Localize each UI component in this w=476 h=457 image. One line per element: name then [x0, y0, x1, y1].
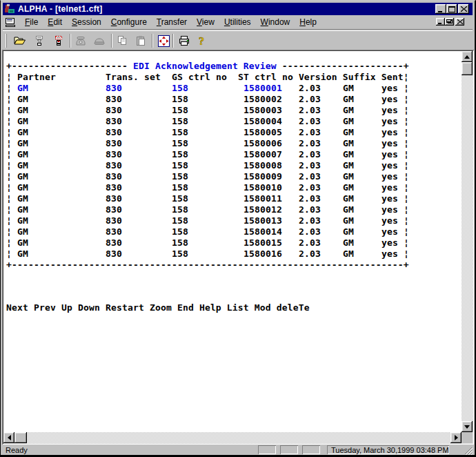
- hangup-icon: [94, 35, 105, 46]
- vertical-scroll-thumb[interactable]: [462, 62, 473, 75]
- client-area: +--------------------- EDI Acknowledgeme…: [2, 50, 474, 445]
- right-arrow-icon: [455, 435, 458, 440]
- document-system-icon[interactable]: [5, 17, 16, 28]
- table-row: ¦ GM 830 158 1580001 2.03 GM yes ¦: [6, 83, 409, 94]
- status-panel: [302, 445, 320, 454]
- table-row: ¦ GM 830 158 1580013 2.03 GM yes ¦: [6, 215, 409, 226]
- table-row: ¦ GM 830 158 1580006 2.03 GM yes ¦: [6, 138, 409, 149]
- receive-setup-button[interactable]: [30, 32, 48, 50]
- app-icon: [4, 3, 15, 14]
- status-panel: [258, 445, 276, 454]
- toolbar: ?: [3, 30, 473, 50]
- open-file-icon: [14, 35, 26, 46]
- toolbar-separator: [70, 34, 71, 48]
- status-panel: [280, 445, 298, 454]
- table-row: ¦ GM 830 158 1580014 2.03 GM yes ¦: [6, 226, 409, 237]
- down-arrow-icon: [464, 425, 470, 429]
- menu-view[interactable]: View: [192, 16, 219, 28]
- menu-help[interactable]: Help: [295, 16, 321, 28]
- terminal-box-title: +--------------------- EDI Acknowledgeme…: [6, 61, 409, 72]
- help-icon: ?: [196, 35, 207, 46]
- table-row: ¦ GM 830 158 1580009 2.03 GM yes ¦: [6, 171, 409, 182]
- terminal-table-header: ¦ Partner Trans. set GS ctrl no ST ctrl …: [6, 72, 409, 83]
- status-message: Ready: [6, 446, 28, 454]
- terminal-command-line: Next Prev Up Down Restart Zoom End Help …: [6, 302, 310, 313]
- scroll-down-button[interactable]: [462, 421, 473, 432]
- menu-bar: File Edit Session Configure Transfer Vie…: [3, 15, 473, 30]
- resize-grip-icon[interactable]: [464, 447, 473, 455]
- table-row: ¦ GM 830 158 1580010 2.03 GM yes ¦: [6, 182, 409, 193]
- table-row: ¦ GM 830 158 1580003 2.03 GM yes ¦: [6, 105, 409, 116]
- print-button[interactable]: [175, 32, 193, 50]
- left-arrow-icon: [8, 435, 11, 440]
- window-title: ALPHA - [telnet1.cft]: [18, 4, 103, 14]
- send-setup-button[interactable]: [50, 32, 68, 50]
- terminal-screen[interactable]: +--------------------- EDI Acknowledgeme…: [3, 51, 462, 432]
- up-arrow-icon: [464, 55, 470, 59]
- scroll-right-button[interactable]: [450, 432, 462, 443]
- table-row: ¦ GM 830 158 1580011 2.03 GM yes ¦: [6, 193, 409, 204]
- scroll-up-button[interactable]: [462, 51, 473, 62]
- dial-button[interactable]: [72, 32, 90, 50]
- mdi-minimize-button[interactable]: [436, 18, 445, 26]
- send-setup-icon: [54, 35, 63, 46]
- menu-edit[interactable]: Edit: [43, 16, 67, 28]
- open-file-button[interactable]: [10, 32, 28, 50]
- paste-icon: [135, 35, 146, 46]
- table-row: ¦ GM 830 158 1580004 2.03 GM yes ¦: [6, 116, 409, 127]
- copy-icon: [117, 35, 128, 46]
- table-row: ¦ GM 830 158 1580016 2.03 GM yes ¦: [6, 249, 409, 260]
- toolbar-separator: [152, 34, 153, 48]
- vertical-scrollbar[interactable]: [462, 51, 473, 432]
- receive-setup-icon: [34, 35, 44, 46]
- dial-icon: [75, 35, 86, 46]
- horizontal-scroll-thumb[interactable]: [14, 432, 27, 443]
- table-row: ¦ GM 830 158 1580012 2.03 GM yes ¦: [6, 204, 409, 215]
- status-datetime: Tuesday, March 30,1999 03:48 PM: [327, 445, 449, 454]
- toolbar-separator: [111, 34, 112, 48]
- menu-session[interactable]: Session: [67, 16, 106, 28]
- copy-button[interactable]: [113, 32, 131, 50]
- paste-button[interactable]: [132, 32, 150, 50]
- horizontal-scrollbar[interactable]: [3, 432, 462, 443]
- table-row: ¦ GM 830 158 1580015 2.03 GM yes ¦: [6, 237, 409, 249]
- svg-text:?: ?: [199, 35, 204, 46]
- table-row: ¦ GM 830 158 1580002 2.03 GM yes ¦: [6, 94, 409, 105]
- maximize-button[interactable]: [446, 4, 457, 14]
- terminal-box-bottom: +---------------------------------------…: [6, 260, 409, 271]
- menu-utilities[interactable]: Utilities: [219, 16, 256, 28]
- print-icon: [179, 35, 190, 46]
- close-button[interactable]: [458, 4, 469, 14]
- mdi-close-button[interactable]: [455, 18, 464, 26]
- app-window: ALPHA - [telnet1.cft] File Edit Session …: [0, 0, 476, 457]
- menu-window[interactable]: Window: [256, 16, 295, 28]
- menu-transfer[interactable]: Transfer: [152, 16, 192, 28]
- minimize-button[interactable]: [435, 4, 446, 14]
- toolbar-grip[interactable]: [6, 34, 7, 48]
- status-bar: Ready Tuesday, March 30,1999 03:48 PM: [2, 445, 473, 456]
- mdi-restore-button[interactable]: [445, 18, 454, 26]
- table-row: ¦ GM 830 158 1580005 2.03 GM yes ¦: [6, 127, 409, 138]
- menu-file[interactable]: File: [20, 16, 43, 28]
- scroll-left-button[interactable]: [3, 432, 14, 443]
- menu-configure[interactable]: Configure: [106, 16, 152, 28]
- toolbar-separator: [172, 34, 174, 48]
- full-screen-icon: [158, 35, 170, 47]
- table-row: ¦ GM 830 158 1580008 2.03 GM yes ¦: [6, 160, 409, 171]
- help-button[interactable]: ?: [192, 32, 210, 50]
- full-screen-button[interactable]: [155, 32, 172, 50]
- table-row: ¦ GM 830 158 1580007 2.03 GM yes ¦: [6, 149, 409, 160]
- title-bar[interactable]: ALPHA - [telnet1.cft]: [3, 3, 473, 15]
- hangup-button[interactable]: [90, 32, 108, 50]
